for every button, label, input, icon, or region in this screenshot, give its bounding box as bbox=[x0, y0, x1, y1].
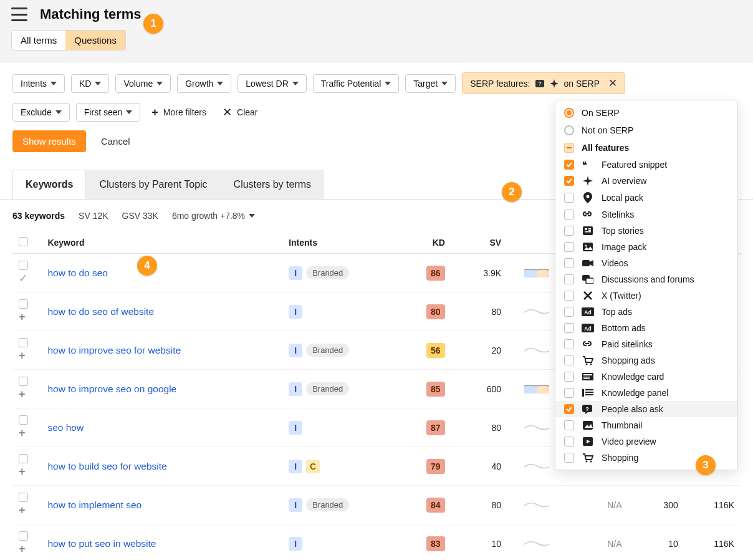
checkbox-icon bbox=[564, 388, 574, 398]
feature-option-thumbnail[interactable]: Thumbnail bbox=[555, 417, 737, 433]
expand-row-icon[interactable]: + bbox=[19, 349, 26, 362]
tab-keywords[interactable]: Keywords bbox=[12, 170, 86, 200]
cancel-button[interactable]: Cancel bbox=[101, 136, 130, 147]
expand-row-icon[interactable]: + bbox=[19, 427, 26, 439]
filter-kd[interactable]: KD bbox=[71, 74, 109, 93]
tp-cell: 116K bbox=[684, 486, 741, 524]
keyword-link[interactable]: how to put seo in website bbox=[47, 538, 156, 549]
feature-option-knowledge-card[interactable]: Knowledge card bbox=[555, 369, 737, 385]
filter-lowest-dr[interactable]: Lowest DR bbox=[237, 74, 306, 93]
col-intents[interactable]: Intents bbox=[282, 232, 403, 254]
kd-badge: 86 bbox=[426, 266, 445, 281]
sv-cell: 3.9K bbox=[451, 254, 507, 292]
feature-option-x-twitter[interactable]: X (Twitter) bbox=[555, 287, 737, 304]
summary-growth-select[interactable]: 6mo growth +7.8% bbox=[172, 211, 255, 221]
option-all-features[interactable]: All features bbox=[555, 139, 737, 157]
expand-row-icon[interactable]: + bbox=[19, 465, 26, 478]
feature-option-local-pack[interactable]: Local pack bbox=[555, 189, 737, 206]
svg-rect-27 bbox=[583, 377, 590, 378]
keyword-link[interactable]: how to do seo of website bbox=[47, 306, 154, 317]
filter-traffic-potential[interactable]: Traffic Potential bbox=[313, 74, 400, 93]
branded-badge: Branded bbox=[306, 344, 349, 357]
expand-row-icon[interactable]: + bbox=[19, 388, 26, 400]
filter-volume[interactable]: Volume bbox=[115, 74, 171, 93]
svg-rect-32 bbox=[585, 394, 593, 395]
chevron-down-icon bbox=[95, 82, 101, 85]
feature-option-bottom-ads[interactable]: AdBottom ads bbox=[555, 320, 737, 336]
select-all-checkbox[interactable] bbox=[19, 237, 28, 246]
filter-serp-features-active[interactable]: SERP features: ? on SERP ✕ bbox=[462, 72, 625, 94]
keyword-link[interactable]: how to improve seo on google bbox=[47, 384, 176, 394]
col-kd[interactable]: KD bbox=[403, 232, 451, 254]
feature-option-video-preview[interactable]: Video preview bbox=[555, 433, 737, 450]
feature-option-top-ads[interactable]: AdTop ads bbox=[555, 304, 737, 320]
thumb-icon bbox=[582, 421, 594, 430]
cart-icon bbox=[582, 453, 594, 463]
feature-option-featured-snippet[interactable]: ❝Featured snippet bbox=[555, 157, 737, 173]
feature-option-top-stories[interactable]: Top stories bbox=[555, 223, 737, 239]
more-filters-button[interactable]: +More filters bbox=[146, 105, 211, 120]
row-checkbox[interactable] bbox=[19, 454, 28, 463]
feature-option-paid-sitelinks[interactable]: Paid sitelinks bbox=[555, 336, 737, 352]
svg-text:❝: ❝ bbox=[582, 160, 587, 169]
col-sv[interactable]: SV bbox=[451, 232, 507, 254]
tab-clusters-parent-topic[interactable]: Clusters by Parent Topic bbox=[86, 170, 220, 200]
news-icon bbox=[582, 226, 594, 235]
clear-filters-button[interactable]: ✕Clear bbox=[218, 105, 262, 120]
table-row: +how to implement seoI Branded8480N/A300… bbox=[12, 486, 741, 524]
svg-rect-28 bbox=[583, 379, 590, 380]
keyword-link[interactable]: how to build seo for website bbox=[47, 461, 166, 471]
option-on-serp[interactable]: On SERP bbox=[555, 104, 737, 122]
feature-option-ai-overview[interactable]: AI overview bbox=[555, 173, 737, 189]
kd-badge: 87 bbox=[426, 420, 445, 435]
svg-point-15 bbox=[585, 245, 587, 247]
filter-first-seen[interactable]: First seen bbox=[76, 103, 140, 122]
growth-cell: N/A bbox=[555, 486, 628, 524]
col-keyword[interactable]: Keyword bbox=[41, 232, 282, 254]
feature-option-sitelinks[interactable]: Sitelinks bbox=[555, 206, 737, 223]
video-icon bbox=[582, 259, 594, 268]
feature-label: Bottom ads bbox=[602, 323, 646, 333]
sparkle-icon bbox=[582, 176, 594, 186]
keyword-link[interactable]: how to improve seo for website bbox=[47, 345, 181, 355]
row-checkbox[interactable] bbox=[19, 338, 28, 347]
feature-option-videos[interactable]: Videos bbox=[555, 255, 737, 271]
row-checkbox[interactable] bbox=[19, 261, 28, 270]
filter-exclude[interactable]: Exclude bbox=[12, 103, 70, 122]
image-icon bbox=[582, 243, 594, 251]
tab-all-terms[interactable]: All terms bbox=[12, 31, 65, 50]
row-checkbox[interactable] bbox=[19, 377, 28, 386]
feature-label: Shopping ads bbox=[602, 355, 655, 365]
option-not-on-serp[interactable]: Not on SERP bbox=[555, 122, 737, 139]
filter-growth[interactable]: Growth bbox=[177, 74, 231, 93]
expand-row-icon[interactable]: + bbox=[19, 311, 26, 323]
filter-intents[interactable]: Intents bbox=[12, 74, 65, 93]
branded-badge: Branded bbox=[306, 498, 349, 511]
feature-option-knowledge-panel[interactable]: Knowledge panel bbox=[555, 385, 737, 401]
filter-target[interactable]: Target bbox=[405, 74, 456, 93]
summary-gsv: GSV 33K bbox=[122, 211, 158, 221]
expand-row-icon[interactable]: + bbox=[19, 504, 26, 516]
feature-option-shopping-ads[interactable]: Shopping ads bbox=[555, 352, 737, 369]
feature-option-people-also-ask[interactable]: ?People also ask bbox=[555, 401, 737, 417]
row-checkbox[interactable] bbox=[19, 531, 28, 541]
row-checkbox[interactable] bbox=[19, 493, 28, 502]
intent-badge-I: I bbox=[289, 266, 302, 280]
row-checkbox[interactable] bbox=[19, 415, 28, 425]
expand-row-icon[interactable]: + bbox=[19, 543, 26, 555]
svg-rect-31 bbox=[585, 392, 593, 393]
tab-questions[interactable]: Questions bbox=[65, 31, 125, 50]
feature-option-discussions[interactable]: Discussions and forums bbox=[555, 271, 737, 287]
tab-clusters-by-terms[interactable]: Clusters by terms bbox=[221, 170, 324, 200]
chevron-down-icon bbox=[156, 82, 163, 85]
chevron-down-icon bbox=[249, 214, 255, 218]
keyword-link[interactable]: seo how bbox=[47, 422, 84, 433]
show-results-button[interactable]: Show results bbox=[12, 130, 86, 152]
keyword-link[interactable]: how to implement seo bbox=[47, 500, 141, 510]
keyword-link[interactable]: how to do seo bbox=[47, 268, 108, 278]
feature-option-image-pack[interactable]: Image pack bbox=[555, 239, 737, 255]
row-checkbox[interactable] bbox=[19, 299, 28, 309]
feature-label: Video preview bbox=[602, 437, 656, 447]
close-icon[interactable]: ✕ bbox=[608, 77, 617, 90]
menu-hamburger[interactable] bbox=[11, 7, 27, 21]
